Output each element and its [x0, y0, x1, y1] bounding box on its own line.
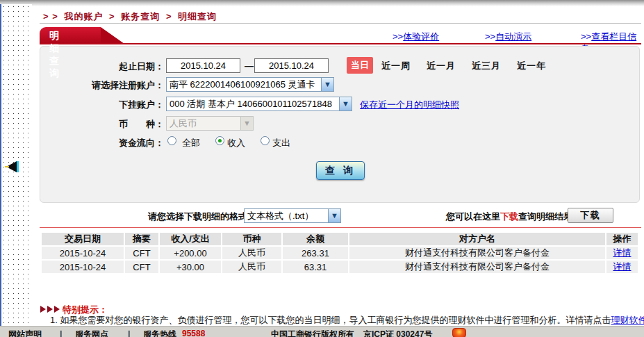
- cell-counterparty: 财付通支付科技有限公司客户备付金: [349, 261, 605, 273]
- hotline-number: 95588: [182, 329, 205, 337]
- download-inline-link[interactable]: 下载: [500, 211, 518, 222]
- transaction-table: 交易日期 摘要 收入/支出 币种 余额 对方户名 操作 2015-10-24 C…: [40, 231, 639, 274]
- range-today-button[interactable]: 当日: [347, 57, 373, 74]
- col-currency: 币种: [222, 233, 281, 245]
- link-prefix: >>: [393, 31, 403, 42]
- detail-link[interactable]: 详情: [613, 247, 631, 258]
- currency-label: 币 种：: [42, 118, 164, 131]
- cell-date: 2015-10-24: [42, 261, 124, 273]
- chevron-down-icon[interactable]: ▼: [328, 209, 340, 222]
- collapse-sidebar-arrow-icon[interactable]: [6, 161, 17, 172]
- cell-balance: 263.31: [283, 247, 348, 259]
- col-counterparty: 对方户名: [349, 233, 605, 245]
- breadcrumb-prefix: > >: [43, 11, 58, 22]
- special-notice-line: 1. 如果您需要对您的银行资产、负债进行管理，您可以下载您的当日明细，导入工商银…: [50, 314, 644, 327]
- table-row: 2015-10-24 CFT +200.00 人民币 263.31 财付通支付科…: [42, 247, 638, 259]
- table-header-row: 交易日期 摘要 收入/支出 币种 余额 对方户名 操作: [42, 233, 638, 245]
- radio-all[interactable]: [167, 136, 176, 145]
- save-snapshot-link[interactable]: 保存近一个月的明细快照: [360, 99, 459, 111]
- flow-direction-label: 资金流向：: [42, 137, 164, 149]
- date-range-dash: —: [245, 60, 254, 71]
- footer-bar: 网站声明 ｜ 服务网点 ｜ 服务热线 95588 中国工商银行版权所有 京ICP…: [0, 326, 644, 337]
- finance-software-download-link[interactable]: 理财软件下载/注: [611, 315, 644, 325]
- col-amount: 收入/支出: [160, 233, 221, 245]
- copyright-text: 中国工商银行版权所有: [271, 329, 354, 337]
- breadcrumb-item-my-account[interactable]: 我的账户: [64, 11, 103, 22]
- radio-income[interactable]: [215, 136, 224, 145]
- breadcrumb-divider: [40, 23, 641, 24]
- cell-summary: CFT: [125, 261, 158, 273]
- link-label: 自动演示: [495, 31, 531, 42]
- experience-review-link[interactable]: >>体验评价: [393, 31, 439, 43]
- sidebar-collapsed-strip: [0, 4, 32, 337]
- tab-title: 明细查询: [49, 30, 60, 80]
- sub-account-select[interactable]: 000 活期 基本户 1406600101102571848 ▼: [166, 97, 352, 111]
- radio-all-label: 全部: [182, 137, 200, 149]
- chevron-down-icon[interactable]: ▼: [321, 78, 333, 91]
- auto-demo-link[interactable]: >>自动演示: [485, 31, 531, 43]
- range-last-month-button[interactable]: 近一月: [427, 60, 456, 72]
- hint-prefix: 您可以在这里: [446, 211, 500, 222]
- hint-suffix: 查询明细结果: [518, 211, 572, 222]
- site-statement-link[interactable]: 网站声明: [8, 329, 42, 337]
- cell-currency: 人民币: [222, 261, 281, 273]
- breadcrumb-item-detail-query: 明细查询: [178, 11, 217, 22]
- footer-divider: ｜: [57, 329, 65, 337]
- col-balance: 余额: [283, 233, 348, 245]
- top-gradient-strip: [0, 0, 644, 6]
- download-hint: 您可以在这里下载查询明细结果: [446, 211, 572, 223]
- detail-link[interactable]: 详情: [613, 261, 631, 272]
- link-label: 体验评价: [403, 31, 439, 42]
- date-from-input[interactable]: [166, 58, 240, 73]
- breadcrumb-separator: >: [166, 11, 172, 22]
- tab-slant: [101, 27, 124, 44]
- icp-license: 京ICP证 030247号: [363, 329, 432, 337]
- download-format-select[interactable]: 文本格式（.txt） ▼: [244, 208, 341, 223]
- chevron-down-icon: ▼: [240, 117, 253, 130]
- cell-amount: +200.00: [160, 247, 221, 259]
- hotline-label: 服务热线: [143, 329, 176, 337]
- range-three-months-button[interactable]: 近三月: [472, 60, 501, 72]
- download-button[interactable]: 下载: [568, 208, 613, 223]
- date-to-input[interactable]: [254, 58, 329, 73]
- register-account-select[interactable]: 南平 6222001406100921065 灵通卡 ▼: [166, 77, 334, 92]
- range-one-year-button[interactable]: 近一年: [517, 60, 546, 72]
- table-row: 2015-10-24 CFT +30.00 人民币 63.31 财付通支付科技有…: [42, 261, 638, 273]
- link-prefix: >>: [581, 31, 591, 42]
- sub-account-label: 下挂账户：: [42, 99, 164, 111]
- col-summary: 摘要: [125, 233, 158, 245]
- sub-account-value: 000 活期 基本户 1406600101102571848: [170, 98, 332, 110]
- detail-query-page: > > 我的账户 > 账务查询 > 明细查询 明细查询 >>体验评价 >>自动演…: [0, 0, 644, 337]
- col-date: 交易日期: [42, 233, 124, 245]
- table-top-divider: [40, 227, 641, 228]
- breadcrumb-item-account-query[interactable]: 账务查询: [121, 11, 160, 22]
- radio-income-label: 收入: [227, 137, 245, 149]
- cell-counterparty: 财付通支付科技有限公司客户备付金: [349, 247, 605, 259]
- radio-expense[interactable]: [261, 136, 270, 145]
- download-format-label: 请您选择下载明细的格式: [148, 211, 247, 223]
- cell-balance: 63.31: [283, 261, 348, 273]
- chevron-down-icon[interactable]: ▼: [339, 97, 352, 110]
- service-branch-link[interactable]: 服务网点: [75, 329, 108, 337]
- icbc-logo-icon: [452, 328, 466, 337]
- footer-divider: ｜: [125, 329, 133, 337]
- radio-expense-label: 支出: [272, 137, 290, 149]
- triple-arrow-icon: [40, 306, 60, 313]
- currency-select-disabled: 人民币 ▼: [166, 116, 254, 131]
- notice-text: 1. 如果您需要对您的银行资产、负债进行管理，您可以下载您的当日明细，导入工商银…: [50, 315, 611, 325]
- tab-underline: [40, 43, 641, 44]
- cell-summary: CFT: [125, 247, 158, 259]
- range-last-week-button[interactable]: 近一周: [381, 60, 411, 72]
- breadcrumb-separator: >: [109, 11, 115, 22]
- cell-currency: 人民币: [222, 247, 281, 259]
- cell-date: 2015-10-24: [42, 247, 124, 259]
- link-prefix: >>: [485, 31, 495, 42]
- col-action: 操作: [606, 233, 638, 245]
- register-account-value: 南平 6222001406100921065 灵通卡: [170, 79, 315, 91]
- register-account-label: 请选择注册账户：: [42, 79, 164, 92]
- cell-amount: +30.00: [160, 261, 221, 273]
- currency-value: 人民币: [170, 117, 197, 130]
- query-button[interactable]: 查 询: [316, 161, 365, 180]
- breadcrumb: > > 我的账户 > 账务查询 > 明细查询: [43, 10, 220, 23]
- download-format-value: 文本格式（.txt）: [247, 210, 313, 222]
